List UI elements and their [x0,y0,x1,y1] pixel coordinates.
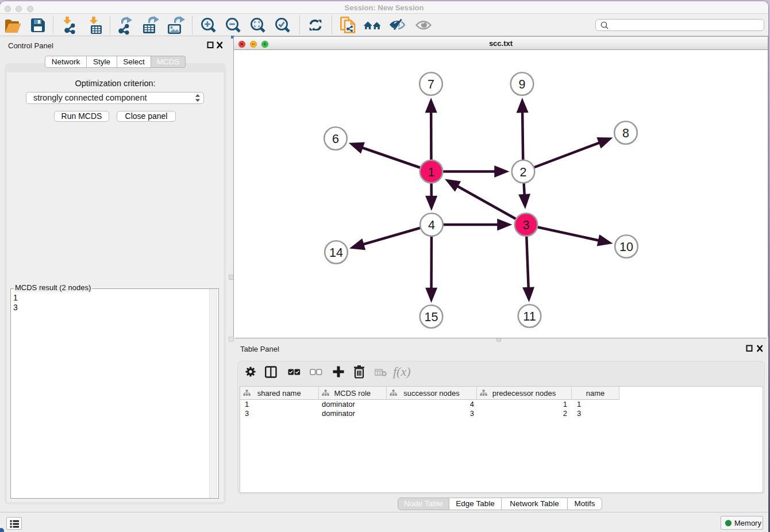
svg-text:14: 14 [329,246,343,260]
svg-text:1: 1 [428,165,435,179]
svg-text:15: 15 [425,310,438,324]
svg-text:8: 8 [622,126,629,140]
svg-text:11: 11 [523,310,536,323]
svg-text:4: 4 [428,218,435,232]
svg-text:9: 9 [519,78,526,91]
svg-text:2: 2 [520,165,527,179]
svg-text:7: 7 [428,78,434,91]
svg-text:6: 6 [332,132,339,146]
svg-text:3: 3 [523,218,530,232]
svg-text:10: 10 [619,240,633,254]
